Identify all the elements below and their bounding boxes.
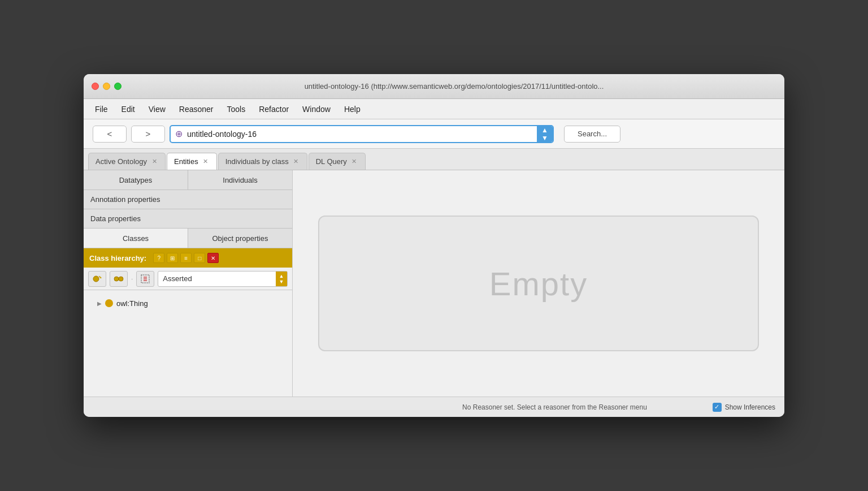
menu-reasoner[interactable]: Reasoner [173, 102, 219, 116]
filter-icon [140, 273, 151, 285]
asserted-label: Asserted [158, 274, 276, 283]
hier-icon-question[interactable]: ? [153, 253, 164, 263]
empty-box: Empty [318, 216, 759, 351]
tab-active-ontology[interactable]: Active Ontology ✕ [88, 153, 166, 170]
tab-entities-label: Entities [174, 157, 198, 166]
menu-help[interactable]: Help [338, 102, 366, 116]
back-button[interactable]: < [93, 126, 127, 143]
forward-button[interactable]: > [131, 126, 165, 143]
show-inferences-container: ✓ Show Inferences [713, 403, 775, 412]
status-message: No Reasoner set. Select a reasoner from … [402, 403, 706, 411]
titlebar: untitled-ontology-16 (http://www.semanti… [84, 74, 784, 99]
menu-tools[interactable]: Tools [221, 102, 251, 116]
tab-active-ontology-label: Active Ontology [96, 157, 147, 166]
subtab-individuals[interactable]: Individuals [188, 170, 292, 189]
tree-arrow: ▶ [97, 300, 102, 307]
statusbar: No Reasoner set. Select a reasoner from … [84, 397, 784, 417]
maximize-button[interactable] [114, 83, 121, 90]
tab-classes[interactable]: Classes [84, 229, 188, 248]
menu-edit[interactable]: Edit [116, 102, 141, 116]
asserted-select[interactable]: Asserted ▲ ▼ [158, 271, 288, 287]
left-panel: Datatypes Individuals Annotation propert… [84, 170, 293, 397]
toolbar-divider: · [131, 275, 133, 283]
tab-individuals-by-class[interactable]: Individuals by class ✕ [218, 153, 307, 170]
svg-text:+: + [99, 274, 102, 279]
subtab-datatypes[interactable]: Datatypes [84, 170, 188, 189]
address-arrows[interactable]: ▲ ▼ [537, 126, 553, 142]
ontology-icon: ⊕ [171, 128, 187, 139]
address-bar: ⊕ ▲ ▼ [170, 125, 554, 143]
hier-icon-close[interactable]: ✕ [207, 253, 219, 263]
traffic-lights [92, 83, 121, 90]
asserted-arrows[interactable]: ▲ ▼ [276, 272, 287, 286]
menubar: File Edit View Reasoner Tools Refactor W… [84, 99, 784, 119]
show-inferences-checkbox[interactable]: ✓ [713, 403, 722, 412]
owl-thing-icon [105, 299, 113, 307]
svg-point-0 [93, 276, 99, 282]
close-button[interactable] [92, 83, 99, 90]
right-panel: Empty [293, 170, 784, 397]
subtab-data-properties[interactable]: Data properties [84, 209, 292, 229]
toolbar: < > ⊕ ▲ ▼ Search... [84, 119, 784, 149]
show-inferences-label: Show Inferences [725, 403, 775, 411]
add-class-icon: + [92, 273, 103, 285]
tab-bar: Active Ontology ✕ Entities ✕ Individuals… [84, 149, 784, 170]
tab-dl-query-label: DL Query [316, 157, 347, 166]
filter-button[interactable] [136, 271, 154, 287]
tab-active-ontology-close[interactable]: ✕ [150, 158, 158, 166]
hierarchy-header: Class hierarchy: ? ⊞ ≡ □ ✕ [84, 248, 292, 268]
menu-file[interactable]: File [89, 102, 114, 116]
svg-point-3 [114, 277, 119, 281]
add-subclass-button[interactable]: + [110, 271, 128, 287]
tab-entities[interactable]: Entities ✕ [167, 153, 217, 170]
minimize-button[interactable] [103, 83, 110, 90]
tab-individuals-by-class-label: Individuals by class [225, 157, 289, 166]
menu-refactor[interactable]: Refactor [253, 102, 294, 116]
add-subclass-icon: + [113, 273, 124, 285]
hier-icon-box[interactable]: □ [194, 253, 205, 263]
tab-individuals-by-class-close[interactable]: ✕ [292, 158, 300, 166]
add-class-button[interactable]: + [88, 271, 106, 287]
main-content: Datatypes Individuals Annotation propert… [84, 170, 784, 397]
hier-toolbar: + + · [84, 268, 292, 290]
hier-icon-columns[interactable]: ⊞ [167, 253, 178, 263]
hierarchy-icons: ? ⊞ ≡ □ ✕ [153, 253, 219, 263]
class-tree: ▶ owl:Thing [84, 290, 292, 397]
subtabs-row1: Datatypes Individuals [84, 170, 292, 190]
menu-view[interactable]: View [143, 102, 171, 116]
svg-text:+: + [119, 277, 122, 282]
tree-item-owl-thing[interactable]: ▶ owl:Thing [84, 295, 292, 312]
address-input[interactable] [187, 130, 537, 139]
subtab-annotation-properties[interactable]: Annotation properties [84, 190, 292, 209]
search-button[interactable]: Search... [564, 126, 620, 143]
tab-entities-close[interactable]: ✕ [202, 158, 210, 166]
tab-object-properties[interactable]: Object properties [188, 229, 292, 248]
hier-icon-list[interactable]: ≡ [180, 253, 192, 263]
tab-dl-query-close[interactable]: ✕ [350, 158, 358, 166]
classes-row: Classes Object properties [84, 229, 292, 248]
owl-thing-label: owl:Thing [116, 299, 148, 308]
window-title: untitled-ontology-16 (http://www.semanti… [132, 82, 776, 91]
empty-label: Empty [489, 265, 588, 303]
menu-window[interactable]: Window [297, 102, 336, 116]
main-window: untitled-ontology-16 (http://www.semanti… [84, 74, 784, 417]
tab-dl-query[interactable]: DL Query ✕ [309, 153, 366, 170]
hierarchy-title: Class hierarchy: [89, 254, 146, 262]
